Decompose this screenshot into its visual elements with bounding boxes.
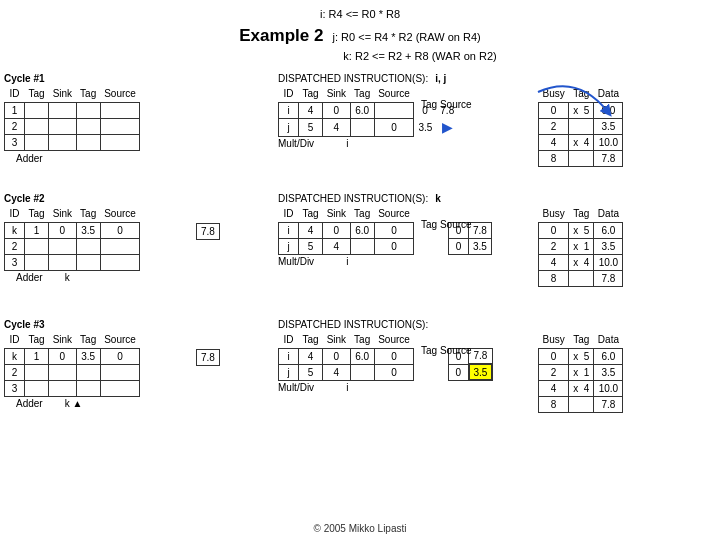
table-row: 1 [5,102,140,118]
table-row: j 5 4 0 3.5 ▶ [279,118,459,136]
table-row: j 5 4 0 [279,364,414,380]
cycle3-dispatched: DISPATCHED INSTRUCTION(S): [278,318,428,330]
cycle2-section: Cycle #2 ID Tag Sink Tag Source k 1 0 3.… [4,192,140,283]
cycle1-arrow-svg [528,84,618,134]
cycle3-right-extra: 07.8 03.5 [448,332,493,381]
cycle3-label: Cycle #3 [4,319,45,330]
cycle1-busy-area: Busy Tag Data 0 x 5 6.0 2 3.5 4 x 4 10.0… [538,86,623,167]
cycle1-section: Cycle #1 ID Tag Sink Tag Source 1 2 3 Ad… [4,72,140,164]
cycle1-right-table-area: ID Tag Sink Tag Source i 4 0 6.0 0 7.8 j… [278,86,459,149]
table-row: 3 [5,134,140,150]
table-row: 8 7.8 [539,396,623,412]
cycle1-right-table: ID Tag Sink Tag Source i 4 0 6.0 0 7.8 j… [278,86,459,137]
example-label: Example 2 [239,26,323,45]
table-row: 3 [5,380,140,396]
table-row: 3 [5,254,140,270]
cycle3-right-table: ID Tag Sink Tag Source i 4 0 6.0 0 j 5 4… [278,332,414,381]
cycle3-busy-table: Busy Tag Data 0 x 5 6.0 2 x 1 3.5 4 x 4 … [538,332,623,413]
tag-source-label-2: Tag Source [421,219,472,230]
tag-source-label-3: Tag Source [421,345,472,356]
cycle2-dispatched: DISPATCHED INSTRUCTION(S): k [278,192,441,204]
cycle2-left-table: ID Tag Sink Tag Source k 1 0 3.5 0 2 3 [4,206,140,271]
subtitle-lines: i: R4 <= R0 * R8 Example 2 j: R0 <= R4 *… [0,6,720,65]
table-row: 0 x 5 6.0 [539,222,623,238]
cycle2-right-extra: 07.8 03.5 [448,206,492,255]
table-row: 4 x 4 10.0 [539,254,623,270]
table-row: 0 x 5 6.0 [539,348,623,364]
table-row: 2 [5,364,140,380]
table-row: 4 x 4 10.0 [539,134,623,150]
cycle2-left-extra: 7.8 [196,207,220,272]
table-row: 2 x 1 3.5 [539,238,623,254]
title-area: i: R4 <= R0 * R8 Example 2 j: R0 <= R4 *… [0,6,720,65]
table-row: k 1 0 3.5 0 [5,348,140,364]
table-row: i 4 0 6.0 0 [279,348,414,364]
table-row: 8 7.8 [539,270,623,286]
table-row: 2 [5,238,140,254]
cycle1-adder-label: Adder [16,153,140,164]
cycle3-left-extra: 7.8 [196,333,220,398]
table-row: 2 [5,118,140,134]
table-row: 4 x 4 10.0 [539,380,623,396]
table-row: i 4 0 6.0 0 [279,222,414,238]
table-row: 8 7.8 [539,150,623,166]
cycle2-right-table-area: ID Tag Sink Tag Source i 4 0 6.0 0 j 5 4… [278,206,414,267]
cycle2-right-table: ID Tag Sink Tag Source i 4 0 6.0 0 j 5 4… [278,206,414,255]
tag-source-label-1: Tag Source [421,99,472,110]
copyright: © 2005 Mikko Lipasti [314,523,407,534]
table-row: k 1 0 3.5 0 [5,222,140,238]
cycle2-label: Cycle #2 [4,193,45,204]
cycle2-busy-area: Busy Tag Data 0 x 5 6.0 2 x 1 3.5 4 x 4 … [538,206,623,287]
cycle3-left-table: ID Tag Sink Tag Source k 1 0 3.5 0 2 3 [4,332,140,397]
cycle1-label: Cycle #1 [4,73,45,84]
cycle3-busy-area: Busy Tag Data 0 x 5 6.0 2 x 1 3.5 4 x 4 … [538,332,623,413]
cycle3-right-table-area: ID Tag Sink Tag Source i 4 0 6.0 0 j 5 4… [278,332,414,393]
cycle2-busy-table: Busy Tag Data 0 x 5 6.0 2 x 1 3.5 4 x 4 … [538,206,623,287]
table-row: j 5 4 0 [279,238,414,254]
cycle1-dispatched: DISPATCHED INSTRUCTION(S): i, j [278,72,446,84]
cycle1-left-table: ID Tag Sink Tag Source 1 2 3 [4,86,140,151]
table-row: 2 x 1 3.5 [539,364,623,380]
cycle3-section: Cycle #3 ID Tag Sink Tag Source k 1 0 3.… [4,318,140,409]
